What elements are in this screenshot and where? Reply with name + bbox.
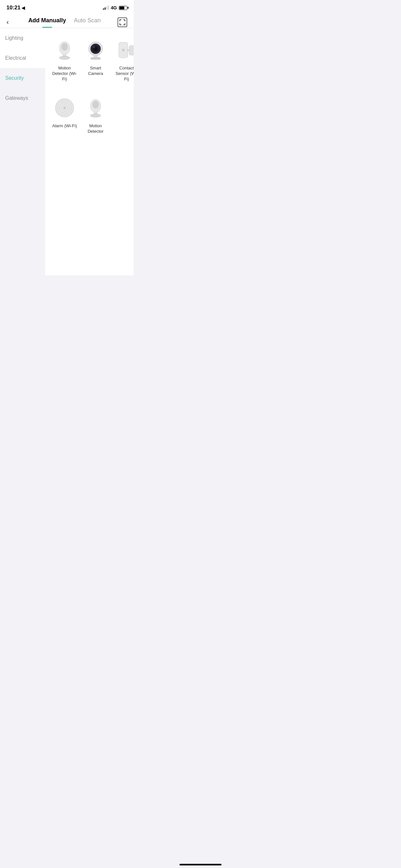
signal-bar-2	[104, 7, 105, 10]
row-spacer	[50, 85, 134, 92]
alarm-wifi-icon	[52, 95, 78, 121]
sidebar-label-electrical: Electrical	[5, 55, 26, 61]
sidebar-item-gateways[interactable]: Gateways	[0, 88, 45, 108]
main-content: Lighting Electrical Security Gateways	[0, 28, 134, 275]
tab-add-manually[interactable]: Add Manually	[28, 17, 66, 28]
contact-sensor-wifi-icon: >	[114, 37, 134, 63]
motion-detector-label: Motion Detector	[83, 123, 109, 134]
status-right: 4G	[103, 5, 127, 10]
smart-camera-label: Smart Camera	[83, 66, 109, 76]
device-smart-camera[interactable]: Smart Camera	[81, 35, 110, 85]
svg-point-1	[61, 43, 68, 51]
content-area: Motion Detector (Wi-Fi)	[45, 28, 134, 275]
sidebar-item-lighting[interactable]: Lighting	[0, 28, 45, 48]
svg-point-3	[59, 56, 70, 59]
battery-fill	[120, 6, 124, 9]
sidebar-label-lighting: Lighting	[5, 35, 23, 41]
sidebar-item-electrical[interactable]: Electrical	[0, 48, 45, 68]
status-time: 10:21 ◀	[6, 4, 25, 11]
signal-bars	[103, 6, 109, 10]
signal-bar-3	[106, 6, 107, 10]
svg-point-8	[93, 46, 95, 48]
battery-icon	[119, 6, 127, 10]
nav-header: ‹ Add Manually Auto Scan	[0, 13, 134, 28]
svg-point-19	[63, 106, 66, 109]
sidebar-item-security[interactable]: Security	[0, 68, 45, 88]
contact-sensor-wifi-label: Contact Sensor (Wi-Fi)	[114, 66, 134, 82]
motion-detector-wifi-label: Motion Detector (Wi-Fi)	[52, 66, 78, 82]
svg-point-21	[92, 101, 99, 108]
time-display: 10:21	[6, 4, 20, 11]
signal-bar-1	[103, 8, 104, 10]
device-grid-row1: Motion Detector (Wi-Fi)	[50, 35, 134, 85]
signal-bar-4	[108, 5, 109, 10]
svg-rect-10	[91, 58, 100, 59]
svg-rect-13	[129, 45, 134, 55]
svg-point-12	[122, 49, 125, 51]
device-grid-row2: Alarm (Wi-Fi) Motion Detec	[50, 92, 134, 137]
device-motion-detector[interactable]: Motion Detector	[81, 92, 110, 137]
scan-icon-button[interactable]	[118, 18, 127, 27]
back-button[interactable]: ‹	[6, 17, 11, 28]
sidebar-label-gateways: Gateways	[5, 95, 28, 101]
device-alarm-wifi[interactable]: Alarm (Wi-Fi)	[50, 92, 79, 137]
device-motion-detector-wifi[interactable]: Motion Detector (Wi-Fi)	[50, 35, 79, 85]
motion-detector-icon	[83, 95, 109, 121]
sidebar: Lighting Electrical Security Gateways	[0, 28, 45, 275]
smart-camera-icon	[83, 37, 109, 63]
svg-point-23	[90, 114, 101, 117]
status-bar: 10:21 ◀ 4G	[0, 0, 134, 13]
network-label: 4G	[111, 5, 117, 10]
motion-detector-wifi-icon	[52, 37, 78, 63]
tab-auto-scan[interactable]: Auto Scan	[74, 17, 101, 28]
device-contact-sensor-wifi[interactable]: > Contact Sensor (Wi-Fi)	[112, 35, 134, 85]
svg-text:>: >	[127, 49, 129, 52]
sidebar-label-security: Security	[5, 75, 24, 81]
nav-tabs: Add Manually Auto Scan	[28, 17, 101, 28]
location-icon: ◀	[22, 5, 25, 10]
home-indicator-area	[0, 275, 134, 295]
alarm-wifi-label: Alarm (Wi-Fi)	[52, 123, 77, 129]
